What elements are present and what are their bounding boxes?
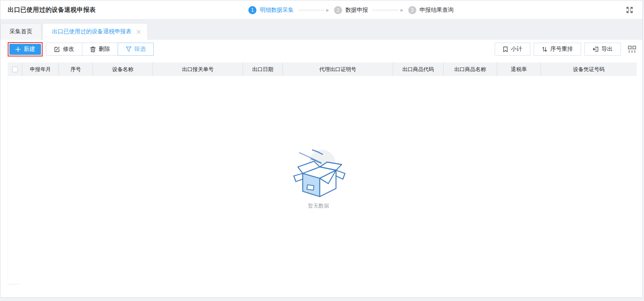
edit-actions-group: 修改 删除 筛选 [46, 43, 154, 56]
step-label: 申报结果查询 [420, 6, 454, 14]
bookmark-icon [503, 46, 508, 52]
step-result-query: 3 申报结果查询 [408, 6, 454, 14]
sort-numeric-icon [542, 46, 547, 52]
export-button[interactable]: 导出 [584, 43, 621, 56]
empty-state: 暂无数据 [0, 141, 637, 210]
filter-button[interactable]: 筛选 [118, 43, 154, 56]
funnel-icon [126, 46, 131, 52]
table-body: 暂无数据 [0, 76, 642, 298]
select-all-checkbox[interactable] [12, 67, 18, 72]
app-window: 出口已使用过的设备退税申报表 1 明细数据采集 ▶ 2 数据申报 ▶ 3 申报结… [0, 0, 643, 298]
header-checkbox-cell [8, 63, 22, 76]
step-label: 数据申报 [345, 6, 368, 14]
process-stepper: 1 明细数据采集 ▶ 2 数据申报 ▶ 3 申报结果查询 [248, 0, 454, 19]
step-connector-arrow-icon: ▶ [401, 8, 403, 12]
step-number-badge: 1 [248, 6, 256, 14]
column-header[interactable]: 出口商品代码 [393, 63, 444, 76]
edit-icon [54, 46, 60, 52]
export-button-label: 导出 [601, 45, 613, 53]
empty-state-text: 暂无数据 [308, 202, 329, 210]
plus-icon [15, 47, 21, 52]
column-header[interactable]: 代理出口证明号 [283, 63, 393, 76]
delete-button[interactable]: 删除 [82, 43, 118, 56]
filter-button-label: 筛选 [134, 45, 146, 53]
column-header[interactable]: 出口商品名称 [444, 63, 497, 76]
subtotal-button-label: 小计 [511, 45, 522, 53]
table-header-row: 申报年月 序号 设备名称 出口报关单号 出口日期 代理出口证明号 出口商品代码 … [8, 63, 637, 76]
top-bar: 出口已使用过的设备退税申报表 1 明细数据采集 ▶ 2 数据申报 ▶ 3 申报结… [0, 0, 642, 19]
edit-button[interactable]: 修改 [46, 43, 82, 56]
subtotal-button[interactable]: 小计 [495, 43, 530, 56]
annotation-highlight-box: 新建 [8, 42, 43, 56]
tab-close-icon[interactable] [136, 30, 141, 34]
fixed-column-bottom-edge [8, 284, 20, 284]
tab-label: 出口已使用过的设备退税申报表 [52, 28, 131, 35]
tab-label: 采集首页 [10, 28, 32, 35]
column-header[interactable]: 序号 [59, 63, 93, 76]
step-label: 明细数据采集 [260, 6, 294, 14]
column-header[interactable]: 申报年月 [22, 63, 59, 76]
tab-bar: 采集首页 出口已使用过的设备退税申报表 [0, 19, 642, 40]
column-header[interactable]: 设备名称 [93, 63, 153, 76]
step-data-declaration: 2 数据申报 [334, 6, 368, 14]
page-title: 出口已使用过的设备退税申报表 [8, 6, 96, 14]
delete-button-label: 删除 [99, 45, 110, 53]
edit-button-label: 修改 [63, 45, 74, 53]
step-number-badge: 3 [408, 6, 416, 14]
toolbar: 新建 修改 [0, 40, 642, 58]
empty-box-illustration [288, 141, 349, 200]
column-header[interactable]: 出口日期 [243, 63, 283, 76]
export-icon [592, 46, 599, 52]
step-number-badge: 2 [334, 6, 342, 14]
column-header[interactable]: 退税率 [497, 63, 541, 76]
step-connector-arrow-icon: ▶ [326, 8, 329, 12]
column-header[interactable]: 出口报关单号 [153, 63, 243, 76]
step-data-collection: 1 明细数据采集 [248, 6, 294, 14]
new-button-label: 新建 [24, 45, 35, 53]
column-settings-icon[interactable] [627, 44, 637, 54]
fullscreen-expand-icon[interactable] [625, 5, 634, 15]
tab-declaration-form[interactable]: 出口已使用过的设备退税申报表 [43, 23, 148, 40]
toolbar-right-group: 小计 序号重排 导出 [495, 43, 637, 56]
trash-icon [90, 46, 96, 52]
step-connector-line [299, 10, 324, 11]
column-header[interactable]: 设备凭证号码 [541, 63, 637, 76]
new-button[interactable]: 新建 [9, 44, 41, 55]
renumber-button-label: 序号重排 [550, 45, 573, 53]
renumber-button[interactable]: 序号重排 [534, 43, 581, 56]
step-connector-line [373, 10, 398, 11]
tab-collection-home[interactable]: 采集首页 [0, 23, 41, 40]
